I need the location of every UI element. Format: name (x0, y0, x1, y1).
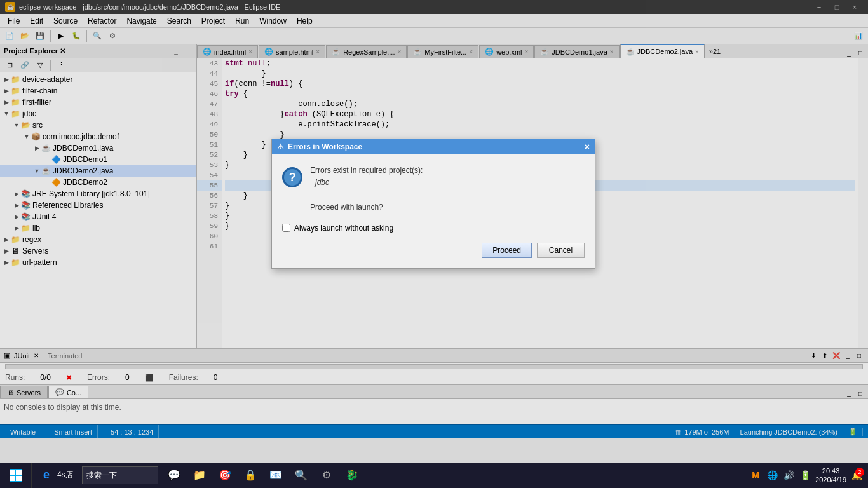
dialog-main: ? Errors exist in required project(s): j… (282, 165, 585, 214)
dialog-titlebar: ⚠ Errors in Workspace × (272, 139, 595, 154)
taskbar-app-mail[interactable]: 📧 (264, 464, 288, 487)
cancel-button[interactable]: Cancel (537, 243, 585, 258)
settings-icon: ⚙ (320, 468, 334, 482)
dialog-checkbox-row: Always launch without asking (282, 224, 585, 233)
taskbar-app-game[interactable]: 🐉 (340, 464, 364, 487)
dialog-title-icon: ⚠ (277, 142, 284, 151)
dialog-message2: Proceed with launch? (310, 203, 383, 212)
tray-network-icon[interactable]: 🌐 (766, 469, 778, 482)
search-bar[interactable] (79, 466, 161, 484)
tray-volume-icon[interactable]: 🔊 (782, 469, 795, 482)
ie-icon: e (39, 468, 53, 482)
dialog-title: Errors in Workspace (288, 142, 362, 151)
dialog-text: Errors exist in required project(s): jdb… (310, 165, 423, 214)
taskbar: e 4s店 💬 📁 🎯 🔒 📧 🔍 ⚙ 🐉 (0, 463, 868, 488)
time-display: 20:43 2020/4/19 (815, 466, 846, 485)
files-icon: 📁 (193, 468, 207, 482)
mail-icon: 📧 (269, 468, 283, 482)
always-launch-checkbox[interactable] (282, 224, 290, 232)
app4-icon: 🔒 (243, 468, 257, 482)
date: 2020/4/19 (815, 475, 846, 484)
errors-dialog: ⚠ Errors in Workspace × ? Errors exist i… (271, 139, 595, 269)
tray-eclipse-icon: M (749, 469, 762, 482)
taskbar-tray: M 🌐 🔊 🔋 20:43 2020/4/19 🔔 2 (744, 466, 868, 485)
dialog-question-icon: ? (282, 167, 302, 187)
dialog-project: jdbc (310, 177, 423, 189)
notification-badge: 2 (855, 468, 864, 477)
always-launch-label: Always launch without asking (294, 224, 393, 233)
dialog-buttons: Proceed Cancel (282, 243, 585, 258)
time: 20:43 (815, 466, 846, 475)
dialog-body: ? Errors exist in required project(s): j… (272, 154, 595, 268)
tray-battery-icon[interactable]: 🔋 (799, 469, 811, 482)
notification-area[interactable]: 🔔 2 (850, 469, 863, 482)
taskbar-app-ie[interactable]: e 4s店 (34, 464, 78, 487)
game-icon: 🐉 (345, 468, 359, 482)
taskbar-app-files[interactable]: 📁 (187, 464, 212, 487)
taskbar-app-app4[interactable]: 🔒 (238, 464, 262, 487)
dialog-overlay: ⚠ Errors in Workspace × ? Errors exist i… (0, 0, 868, 488)
taskbar-app-settings[interactable]: ⚙ (315, 464, 339, 487)
windows-icon (10, 469, 22, 482)
taskbar-app-app3[interactable]: 🎯 (213, 464, 237, 487)
wechat-icon: 💬 (167, 468, 181, 482)
proceed-button[interactable]: Proceed (482, 243, 532, 258)
start-button[interactable] (0, 463, 32, 488)
taskbar-app-search[interactable]: 🔍 (289, 464, 313, 487)
ie-label: 4s店 (57, 470, 73, 480)
app3-icon: 🎯 (218, 468, 232, 482)
search-icon: 🔍 (294, 468, 308, 482)
taskbar-apps: e 4s店 💬 📁 🎯 🔒 📧 🔍 ⚙ 🐉 (32, 464, 744, 487)
taskbar-search-input[interactable] (82, 466, 158, 484)
dialog-message1: Errors exist in required project(s): (310, 166, 423, 175)
taskbar-app-wechat[interactable]: 💬 (162, 464, 186, 487)
dialog-close-btn[interactable]: × (585, 142, 590, 152)
